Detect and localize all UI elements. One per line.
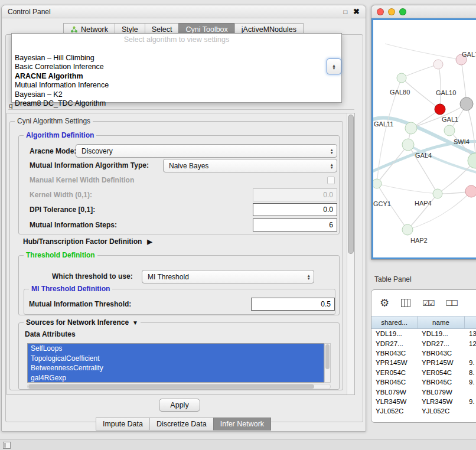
select-all-checkboxes-icon[interactable]: ☑☑: [422, 299, 433, 308]
table-header-row: shared... name: [371, 316, 476, 329]
combo-value: MI Threshold: [142, 273, 304, 281]
network-canvas[interactable]: GAL7GAL80GAL10GAL11GAL1SWI4GAL4GCY1HAP4H…: [371, 18, 476, 259]
algorithm-option[interactable]: Bayesian – K2: [12, 90, 341, 99]
network-node[interactable]: [402, 224, 413, 235]
algorithm-combo-button[interactable]: ▲▼: [327, 58, 341, 74]
algorithm-option[interactable]: Dream8 DC_TDC Algorithm: [12, 99, 341, 108]
attribute-list-item[interactable]: BetweennessCentrality: [28, 363, 324, 373]
network-node[interactable]: [468, 153, 476, 168]
network-node[interactable]: [433, 60, 443, 69]
float-window-icon[interactable]: □: [343, 8, 347, 15]
algorithm-option[interactable]: Mutual Information Inference: [12, 81, 341, 90]
table-cell: YLR345W: [371, 398, 418, 405]
group-title: MI Threshold Definition: [29, 285, 112, 293]
apply-button[interactable]: Apply: [159, 399, 200, 412]
aracne-mode-label: Aracne Mode:: [30, 147, 76, 155]
algorithm-definition-group: Algorithm Definition Aracne Mode: Discov…: [18, 135, 340, 234]
table-cell: YJL052C: [371, 407, 418, 415]
table-row[interactable]: YDL19...YDL19...13: [371, 329, 476, 338]
table-cell: 8.: [465, 369, 476, 376]
table-row[interactable]: YDR27...YDR27...12: [371, 338, 476, 348]
hub-definition-toggle[interactable]: Hub/Transcription Factor Definition▶: [23, 237, 152, 246]
group-title: Threshold Definition: [24, 251, 97, 259]
attributes-horizontal-scrollbar[interactable]: [27, 384, 331, 389]
algorithm-dropdown-popup: Select algorithm to view settings Bayesi…: [11, 33, 342, 103]
table-row[interactable]: YLR345WYLR345W9.: [371, 397, 476, 406]
mi-steps-input[interactable]: [253, 219, 337, 231]
network-node[interactable]: [444, 125, 455, 136]
tab-label: Style: [122, 25, 138, 34]
node-label: GAL10: [436, 89, 456, 96]
expand-right-icon: ▶: [147, 238, 152, 246]
scrollbar-thumb[interactable]: [28, 384, 314, 389]
algorithm-option[interactable]: ARACNE Algorithm: [12, 72, 341, 81]
network-node[interactable]: [435, 104, 445, 115]
column-header[interactable]: name: [418, 317, 465, 328]
sources-toggle[interactable]: Sources for Network Inference▼: [24, 318, 141, 327]
settings-scrollbar[interactable]: [347, 113, 354, 394]
attribute-list-item[interactable]: SelfLoops: [28, 344, 324, 354]
mi-algorithm-type-combo[interactable]: Naive Bayes ▲▼: [163, 159, 337, 172]
which-threshold-label: Which threshold to use:: [52, 272, 133, 281]
panel-toggle-icon[interactable]: [3, 442, 11, 449]
mi-threshold-input[interactable]: [251, 298, 335, 311]
tab-discretize-data[interactable]: Discretize Data: [149, 418, 214, 431]
network-node[interactable]: [433, 189, 442, 198]
network-node[interactable]: [402, 139, 414, 151]
combo-arrows-icon: ▲▼: [329, 64, 338, 70]
column-header[interactable]: shared...: [371, 317, 418, 328]
close-window-icon[interactable]: ✖: [353, 7, 360, 16]
minimize-traffic-light-icon[interactable]: [388, 8, 395, 15]
tab-infer-network[interactable]: Infer Network: [213, 418, 271, 431]
group-title: Algorithm Definition: [24, 131, 96, 139]
table-row[interactable]: YJL052CYJL052C: [371, 406, 476, 416]
table-cell: YBL079W: [371, 389, 418, 396]
zoom-traffic-light-icon[interactable]: [399, 8, 406, 15]
gear-icon[interactable]: ⚙: [380, 296, 389, 309]
algorithm-option[interactable]: Bayesian – Hill Climbing: [12, 54, 341, 63]
network-node[interactable]: [465, 185, 476, 197]
node-label: GAL11: [374, 120, 393, 128]
deselect-all-checkboxes-icon[interactable]: ☐☐: [445, 299, 457, 308]
close-traffic-light-icon[interactable]: [377, 8, 384, 15]
columns-icon[interactable]: [401, 299, 410, 307]
table-cell: YDR27...: [418, 340, 465, 347]
scrollbar-thumb[interactable]: [325, 344, 330, 369]
node-label: HAP4: [415, 200, 432, 207]
table-row[interactable]: YBR045CYBR045C9.: [371, 377, 476, 387]
network-node[interactable]: [405, 122, 417, 134]
table-cell: YDL19...: [418, 330, 465, 337]
which-threshold-combo[interactable]: MI Threshold ▲▼: [142, 270, 314, 283]
node-label: GCY1: [373, 200, 391, 207]
table-row[interactable]: YBL079WYBL079W: [371, 387, 476, 396]
node-label: GAL80: [390, 89, 410, 96]
network-tab-icon: [70, 26, 78, 33]
algorithm-option[interactable]: Basic Correlation Inference: [12, 63, 341, 71]
network-node[interactable]: [397, 73, 406, 83]
kernel-width-input[interactable]: [253, 188, 337, 201]
table-body: YDL19...YDL19...13YDR27...YDR27...12YBR0…: [371, 329, 476, 422]
tab-label: jActiveMNodules: [242, 25, 296, 34]
tab-label: Infer Network: [220, 420, 264, 428]
attribute-list-item[interactable]: gal4RGexp: [28, 373, 324, 383]
aracne-mode-combo[interactable]: Discovery ▲▼: [76, 144, 337, 158]
tab-label: Network: [81, 25, 108, 34]
network-node[interactable]: [460, 97, 473, 110]
table-row[interactable]: YPR145WYPR145W9.: [371, 358, 476, 367]
table-row[interactable]: YBR043CYBR043C: [371, 348, 476, 358]
network-node[interactable]: [373, 179, 382, 188]
table-row[interactable]: YER054CYER054C8.: [371, 368, 476, 377]
group-title: Cyni Algorithm Settings: [15, 117, 93, 125]
manual-kernel-width-checkbox[interactable]: [327, 177, 335, 184]
attributes-vertical-scrollbar[interactable]: [324, 343, 331, 383]
data-attributes-list[interactable]: SelfLoopsTopologicalCoefficientBetweenne…: [27, 343, 324, 383]
column-header[interactable]: [465, 317, 476, 328]
combo-arrows-icon: ▲▼: [327, 163, 337, 169]
combo-arrows-icon: ▲▼: [304, 274, 314, 280]
attribute-list-item[interactable]: TopologicalCoefficient: [28, 354, 324, 364]
scrollbar-thumb[interactable]: [348, 115, 354, 254]
table-cell: YPR145W: [371, 359, 418, 366]
tab-impute-data[interactable]: Impute Data: [96, 418, 150, 431]
dpi-tolerance-input[interactable]: [253, 203, 337, 216]
table-panel-window: ⚙ ☑☑ ☐☐ shared... name YDL19...YDL19...1…: [371, 289, 476, 423]
